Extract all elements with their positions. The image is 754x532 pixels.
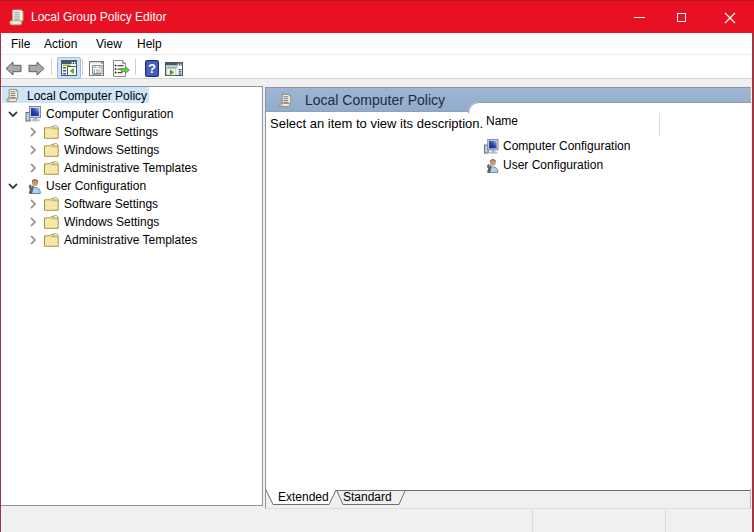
svg-text:?: ? [148, 61, 156, 76]
